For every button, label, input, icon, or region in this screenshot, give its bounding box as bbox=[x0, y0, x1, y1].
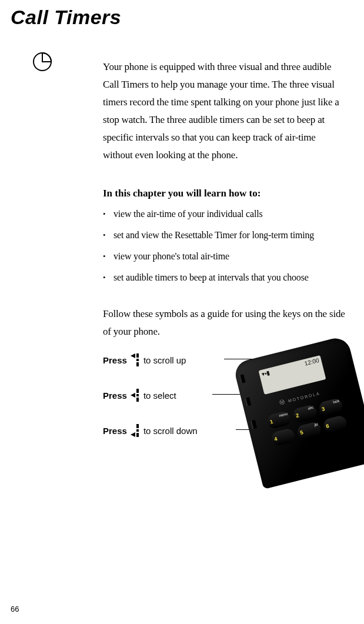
press-action-text: to scroll down bbox=[143, 426, 198, 436]
page-title: Call Timers bbox=[11, 6, 364, 29]
svg-marker-13 bbox=[131, 432, 135, 437]
press-label: Press bbox=[103, 426, 127, 436]
list-item: set audible timers to beep at intervals … bbox=[103, 271, 348, 284]
select-icon bbox=[131, 389, 140, 402]
svg-rect-12 bbox=[136, 429, 139, 432]
phone-screen-signal: ▾▪▮ bbox=[261, 369, 275, 393]
page-number: 66 bbox=[11, 605, 19, 613]
key-guide: Press to scroll up Press bbox=[103, 353, 348, 500]
phone-side-button bbox=[239, 374, 246, 383]
phone-key: 4 bbox=[271, 428, 296, 447]
phone-side-button bbox=[251, 420, 257, 429]
phone-screen: ▾▪▮ 12:00 bbox=[258, 355, 326, 395]
press-label: Press bbox=[103, 355, 127, 365]
press-label: Press bbox=[103, 391, 127, 401]
intro-paragraph: Your phone is equipped with three visual… bbox=[103, 58, 348, 164]
svg-marker-8 bbox=[131, 393, 135, 398]
press-scroll-up: Press to scroll up bbox=[103, 353, 186, 366]
phone-key: 3lock bbox=[318, 398, 344, 417]
svg-rect-4 bbox=[136, 353, 139, 358]
follow-text: Follow these symbols as a guide for usin… bbox=[103, 305, 348, 341]
phone-key: 6 bbox=[322, 415, 348, 434]
phone-key: 5jkl bbox=[296, 421, 322, 441]
bullet-list: view the air-time of your individual cal… bbox=[103, 208, 348, 284]
svg-rect-14 bbox=[136, 433, 139, 437]
svg-marker-3 bbox=[131, 353, 135, 358]
svg-rect-9 bbox=[136, 394, 139, 396]
phone-key: 2abc bbox=[292, 404, 318, 423]
list-item: view the air-time of your individual cal… bbox=[103, 208, 348, 221]
svg-rect-5 bbox=[136, 359, 139, 361]
sub-heading: In this chapter you will learn how to: bbox=[103, 188, 348, 199]
list-item: set and view the Resettable Timer for lo… bbox=[103, 229, 348, 242]
press-action-text: to select bbox=[143, 391, 176, 401]
phone-screen-time: 12:00 bbox=[304, 357, 323, 382]
phone-illustration: ▾▪▮ 12:00 Ⓜ MOTOROLA 1menu 2abc 3lock bbox=[232, 335, 364, 489]
svg-rect-7 bbox=[136, 389, 139, 393]
scroll-up-icon bbox=[131, 353, 140, 366]
svg-rect-10 bbox=[136, 398, 139, 402]
svg-rect-11 bbox=[136, 424, 139, 428]
svg-rect-6 bbox=[136, 362, 139, 366]
phone-side-button bbox=[245, 397, 251, 406]
press-select: Press to select bbox=[103, 389, 176, 402]
list-item: view your phone's total air-time bbox=[103, 250, 348, 263]
press-action-text: to scroll up bbox=[143, 355, 186, 365]
phone-key: 1menu bbox=[266, 411, 292, 430]
scroll-down-icon bbox=[131, 424, 140, 437]
press-scroll-down: Press to scroll down bbox=[103, 424, 198, 437]
clock-icon bbox=[32, 52, 52, 74]
